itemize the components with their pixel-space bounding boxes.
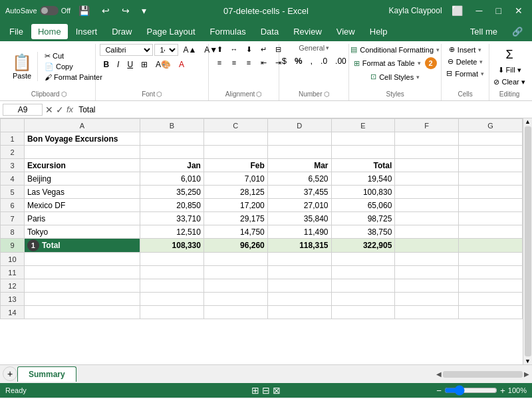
table-cell[interactable] (459, 172, 523, 186)
table-cell[interactable]: 19,540 (331, 172, 395, 186)
save-button[interactable]: 💾 (74, 4, 94, 17)
table-cell[interactable] (203, 253, 267, 266)
table-cell[interactable] (267, 253, 331, 266)
format-button[interactable]: ⊟ Format ▾ (442, 68, 488, 79)
table-cell[interactable]: 322,905 (331, 239, 395, 253)
table-cell[interactable] (459, 212, 523, 225)
minimize-button[interactable]: ─ (472, 4, 487, 17)
table-cell[interactable] (24, 306, 140, 319)
table-cell[interactable] (203, 266, 267, 279)
table-cell[interactable] (203, 293, 267, 306)
fill-color-button[interactable]: A🎨 (152, 59, 174, 70)
table-cell[interactable] (140, 253, 204, 266)
table-cell[interactable] (395, 132, 459, 146)
table-cell[interactable] (459, 266, 523, 279)
increase-decimal-button[interactable]: .0 (317, 55, 331, 67)
table-cell[interactable] (267, 293, 331, 306)
table-cell[interactable]: 38,750 (331, 225, 395, 239)
zoom-in-button[interactable]: + (500, 386, 505, 396)
table-cell[interactable]: 27,010 (267, 199, 331, 212)
table-cell[interactable] (395, 172, 459, 186)
table-cell[interactable] (395, 306, 459, 319)
table-cell[interactable]: 12,510 (140, 225, 204, 239)
underline-button[interactable]: U (124, 59, 136, 70)
row-header[interactable]: 11 (1, 266, 25, 279)
table-cell[interactable]: 14,750 (203, 225, 267, 239)
scroll-down-button[interactable]: ▼ (525, 358, 531, 364)
table-cell[interactable]: Excursion (24, 159, 140, 172)
align-middle-button[interactable]: ↔ (227, 44, 241, 55)
table-cell[interactable] (395, 159, 459, 172)
zoom-out-button[interactable]: − (436, 386, 442, 396)
number-format-dropdown[interactable]: ▾ (326, 45, 329, 51)
table-cell[interactable]: 37,455 (267, 186, 331, 199)
table-cell[interactable] (331, 132, 395, 146)
table-cell[interactable] (459, 225, 523, 239)
table-cell[interactable] (267, 279, 331, 293)
table-cell[interactable] (331, 293, 395, 306)
menu-view[interactable]: View (330, 24, 362, 39)
menu-data[interactable]: Data (254, 24, 285, 39)
decrease-decimal-button[interactable]: .00 (332, 55, 350, 67)
comma-button[interactable]: , (307, 55, 316, 67)
close-button[interactable]: ✕ (511, 4, 527, 17)
clear-button[interactable]: ⊘ Clear ▾ (491, 77, 527, 87)
scroll-right-button[interactable]: ▶ (524, 370, 529, 378)
table-cell[interactable] (459, 159, 523, 172)
table-cell[interactable] (140, 293, 204, 306)
increase-font-button[interactable]: A▲ (180, 44, 200, 56)
row-header[interactable]: 8 (1, 225, 25, 239)
row-header[interactable]: 7 (1, 212, 25, 225)
table-cell[interactable] (459, 279, 523, 293)
table-cell[interactable] (395, 199, 459, 212)
table-cell[interactable]: 6,520 (267, 172, 331, 186)
decrease-indent-button[interactable]: ⇤ (257, 57, 270, 68)
table-cell[interactable]: 20,850 (140, 199, 204, 212)
percent-button[interactable]: % (291, 55, 306, 67)
col-header-B[interactable]: B (140, 119, 204, 132)
table-cell[interactable] (459, 293, 523, 306)
table-cell[interactable]: Feb (203, 159, 267, 172)
table-cell[interactable]: Jan (140, 159, 204, 172)
customize-button[interactable]: ▾ (138, 4, 150, 17)
autosave-toggle[interactable] (40, 6, 59, 15)
table-cell[interactable]: 35,250 (140, 186, 204, 199)
horizontal-scroll-bar[interactable] (443, 371, 523, 378)
table-cell[interactable] (395, 186, 459, 199)
table-cell[interactable]: Mexico DF (24, 199, 140, 212)
table-cell[interactable]: Tokyo (24, 225, 140, 239)
table-cell[interactable]: Total (331, 159, 395, 172)
scroll-up-button[interactable]: ▲ (525, 118, 531, 125)
tell-me-button[interactable]: Tell me (464, 24, 504, 39)
table-cell[interactable]: Bon Voyage Excursions (24, 132, 140, 146)
menu-help[interactable]: Help (363, 24, 394, 39)
table-cell[interactable] (203, 279, 267, 293)
table-cell[interactable]: 1Total (24, 239, 140, 253)
cell-styles-button[interactable]: ⊡ Cell Styles ▾ (366, 71, 424, 82)
align-bottom-button[interactable]: ⬇ (242, 44, 255, 55)
table-cell[interactable] (459, 253, 523, 266)
table-cell[interactable]: 118,315 (267, 239, 331, 253)
table-cell[interactable] (395, 239, 459, 253)
table-cell[interactable] (459, 146, 523, 159)
table-cell[interactable] (267, 306, 331, 319)
page-layout-view-button[interactable]: ⊟ (262, 385, 270, 396)
vertical-scrollbar[interactable]: ▲ ▼ (523, 118, 532, 364)
table-cell[interactable] (331, 253, 395, 266)
table-cell[interactable]: Las Vegas (24, 186, 140, 199)
align-center-button[interactable]: ≡ (227, 57, 241, 68)
page-break-view-button[interactable]: ⊠ (273, 385, 281, 396)
sheet-tab-summary[interactable]: Summary (17, 366, 76, 382)
menu-home[interactable]: Home (31, 24, 68, 39)
scroll-left-button[interactable]: ◀ (436, 370, 442, 378)
table-cell[interactable] (24, 293, 140, 306)
table-cell[interactable] (395, 225, 459, 239)
align-left-button[interactable]: ≡ (213, 57, 226, 68)
menu-file[interactable]: File (3, 24, 30, 39)
col-header-C[interactable]: C (203, 119, 267, 132)
table-cell[interactable] (24, 253, 140, 266)
table-cell[interactable]: 96,260 (203, 239, 267, 253)
paste-button[interactable]: 📋 Paste (7, 52, 38, 81)
table-cell[interactable] (140, 266, 204, 279)
table-cell[interactable] (395, 146, 459, 159)
